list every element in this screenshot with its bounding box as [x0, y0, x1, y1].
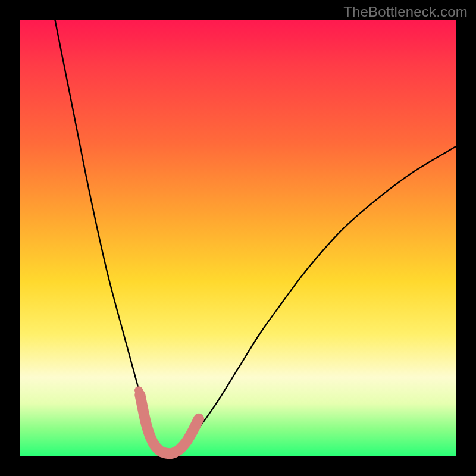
plot-area [20, 20, 456, 456]
bottleneck-curve [55, 20, 456, 453]
valley-dot-marker [134, 386, 143, 394]
watermark-text: TheBottleneck.com [343, 4, 468, 20]
valley-highlight [140, 395, 199, 454]
chart-frame: TheBottleneck.com [0, 0, 476, 476]
curve-layer [20, 20, 456, 456]
